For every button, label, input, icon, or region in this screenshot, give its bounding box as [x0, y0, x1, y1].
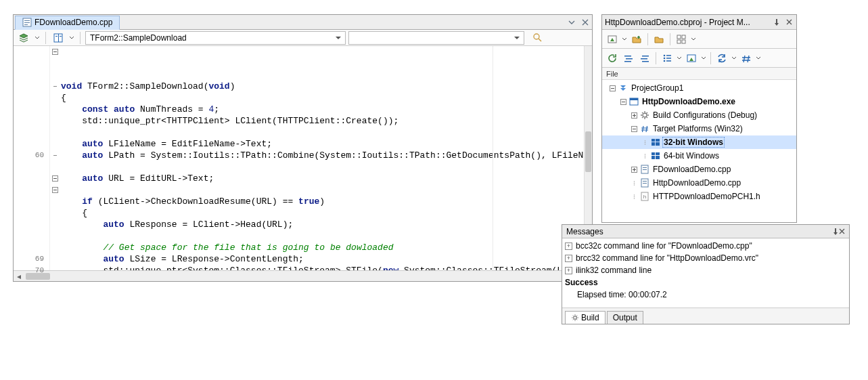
panel-close-button[interactable]	[784, 18, 794, 27]
svg-rect-39	[652, 139, 655, 142]
sync-button[interactable]	[714, 51, 729, 66]
fold-mark[interactable]	[50, 46, 60, 58]
pin-button[interactable]	[832, 228, 839, 235]
collapse-twisty-icon[interactable]	[619, 98, 627, 106]
message-row[interactable]: Elapsed time: 00:00:07.2	[565, 289, 846, 301]
svg-point-44	[644, 155, 645, 156]
svg-point-56	[633, 184, 635, 186]
collapse-twisty-icon[interactable]	[630, 125, 638, 133]
tab-close-button[interactable]	[580, 17, 591, 28]
fold-mark	[50, 196, 60, 207]
svg-rect-18	[624, 61, 631, 62]
configurations-button[interactable]	[674, 32, 689, 47]
scrollbar-thumb[interactable]	[26, 273, 50, 280]
refresh-button[interactable]	[605, 51, 620, 66]
platform-icon	[640, 124, 649, 133]
svg-point-37	[644, 142, 645, 143]
activate-project-dropdown[interactable]	[621, 37, 628, 42]
expand-twisty-icon[interactable]	[630, 165, 638, 173]
tree-row[interactable]: 32-bit Windows	[602, 135, 796, 149]
activate-project-button[interactable]	[605, 32, 620, 47]
toolbar-class-browser-button[interactable]	[16, 31, 31, 45]
editor-fold-column[interactable]	[50, 46, 60, 270]
code-line: auto LResponse = LClient->Head(URL);	[60, 219, 584, 230]
scrollbar-thumb[interactable]	[585, 131, 591, 172]
sort-by-button[interactable]	[660, 51, 675, 66]
panel-close-button[interactable]	[839, 228, 845, 234]
expand-all-button[interactable]	[637, 51, 652, 66]
platforms-icon	[741, 53, 752, 64]
toolbar-pretty-print-button[interactable]	[51, 31, 66, 45]
code-line: std::unique_ptr<THTTPClient> LClient(THT…	[60, 115, 584, 127]
fold-mark	[50, 138, 60, 150]
line-number	[14, 161, 44, 173]
line-number	[14, 104, 44, 115]
sync-dropdown[interactable]	[731, 56, 737, 61]
line-number	[14, 127, 44, 138]
platforms-dropdown[interactable]	[755, 56, 762, 61]
message-row[interactable]: +bcc32c command line for "FDownloadDemo.…	[565, 240, 846, 252]
sort-by-dropdown[interactable]	[676, 56, 683, 61]
fold-mark[interactable]	[50, 184, 60, 196]
messages-list[interactable]: +bcc32c command line for "FDownloadDemo.…	[562, 238, 849, 308]
tree-row[interactable]: ProjectGroup1	[602, 81, 796, 95]
tree-connector-icon	[641, 152, 649, 160]
expand-icon	[639, 53, 650, 64]
line-number	[14, 138, 44, 150]
fold-mark	[50, 104, 60, 115]
tree-item-label: HttpDownloadDemo.exe	[641, 96, 737, 107]
message-row[interactable]: Success	[565, 276, 846, 289]
view-options-button[interactable]	[684, 51, 699, 66]
class-selector-combo[interactable]: TForm2::SampleDownload	[85, 31, 346, 45]
collapse-twisty-icon[interactable]	[608, 84, 616, 92]
message-row[interactable]: +brcc32 command line for "HttpDownloadDe…	[565, 252, 846, 264]
message-row[interactable]: +ilink32 command line	[565, 264, 846, 276]
chevron-down-icon	[35, 35, 40, 41]
messages-tab-output[interactable]: Output	[607, 311, 643, 324]
fold-mark[interactable]	[50, 173, 60, 184]
tree-row[interactable]: Build Configurations (Debug)	[602, 108, 796, 122]
svg-point-60	[633, 194, 635, 196]
collapse-all-button[interactable]	[621, 51, 636, 66]
open-folder-button[interactable]	[652, 32, 666, 47]
tree-row[interactable]: HttpDownloadDemo.exe	[602, 95, 796, 108]
toolbar-search-button[interactable]	[531, 32, 543, 44]
expand-twisty-icon[interactable]	[630, 111, 638, 119]
svg-rect-7	[60, 36, 62, 37]
editor-horizontal-scrollbar[interactable]: ◂ ▸	[14, 270, 592, 281]
expand-message-button[interactable]: +	[565, 267, 572, 274]
search-icon	[532, 33, 543, 43]
add-project-button[interactable]	[629, 32, 644, 47]
line-number	[14, 219, 44, 230]
fold-mark	[50, 253, 60, 265]
tree-row[interactable]: hHTTPDownloadDemoPCH1.h	[602, 190, 796, 203]
pin-button[interactable]	[772, 18, 781, 27]
toolbar-pretty-print-dropdown[interactable]	[68, 35, 75, 41]
scrollbar-track[interactable]	[24, 273, 581, 280]
expand-message-button[interactable]: +	[565, 255, 572, 262]
toolbar-class-browser-dropdown[interactable]	[34, 35, 41, 41]
tab-label: Output	[613, 313, 637, 322]
editor-tab-active[interactable]: FDownloadDemo.cpp	[15, 16, 120, 30]
tree-row[interactable]: 64-bit Windows	[602, 149, 796, 163]
tree-connector-icon	[630, 179, 638, 187]
messages-tab-build[interactable]: Build	[565, 311, 606, 324]
project-tree-column-header[interactable]: File	[602, 68, 796, 80]
class-selector-value: TForm2::SampleDownload	[90, 33, 187, 43]
view-options-dropdown[interactable]	[700, 56, 707, 61]
platforms-button[interactable]	[739, 51, 754, 66]
tree-row[interactable]: FDownloadDemo.cpp	[602, 163, 796, 176]
configurations-dropdown[interactable]	[690, 37, 697, 42]
svg-rect-19	[642, 56, 649, 57]
tree-item-label: HttpDownloadDemo.cpp	[652, 177, 742, 188]
tree-row[interactable]: Target Platforms (Win32)	[602, 122, 796, 135]
method-selector-combo[interactable]	[348, 31, 524, 45]
project-tree[interactable]: ProjectGroup1HttpDownloadDemo.exeBuild C…	[602, 80, 796, 222]
expand-message-button[interactable]: +	[565, 242, 572, 250]
close-icon	[786, 19, 792, 25]
tab-menu-button[interactable]	[566, 17, 577, 28]
tree-row[interactable]: HttpDownloadDemo.cpp	[602, 176, 796, 190]
tree-item-label: HTTPDownloadDemoPCH1.h	[652, 191, 762, 202]
code-area[interactable]: void TForm2::SampleDownload(void){ const…	[60, 46, 584, 270]
code-line: const auto NumThreads = 4;	[60, 104, 584, 115]
